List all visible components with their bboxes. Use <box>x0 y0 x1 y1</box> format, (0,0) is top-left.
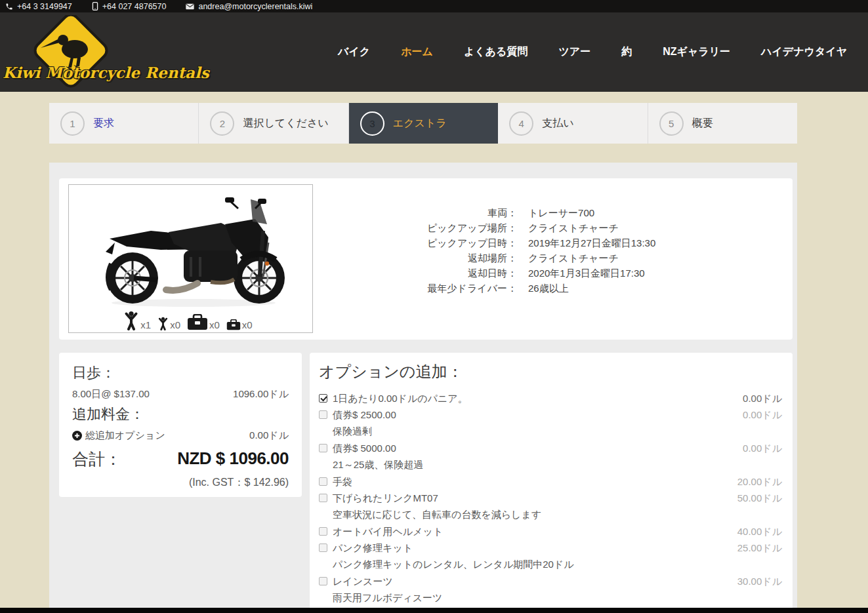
option-row-bond-5000: 債券$ 5000.00 0.00ドル <box>319 441 782 456</box>
phone-number-2: +64 027 4876570 <box>102 2 167 11</box>
email-address: andrea@motorcyclerentals.kiwi <box>198 2 312 11</box>
option-row-lowered-links: 下げられたリンクMT07 50.00ドル <box>319 490 782 505</box>
step-5-label: 概要 <box>692 117 713 130</box>
detail-value: トレーサー700 <box>528 205 594 220</box>
motorcycle-image <box>69 186 312 312</box>
nav-item-gallery[interactable]: NZギャラリー <box>663 45 730 59</box>
phone-icon <box>5 3 13 10</box>
step-4-number: 4 <box>509 111 533 136</box>
option-checkbox[interactable] <box>319 410 327 419</box>
topbar: +64 3 3149947 +64 027 4876570 andrea@mot… <box>0 0 868 12</box>
step-2-label: 選択してください <box>243 117 328 130</box>
total-label: 合計： <box>72 448 121 470</box>
content-wrapper: x1 x0 x0 <box>49 163 797 613</box>
detail-row-pickup-location: ピックアップ場所： クライストチャーチ <box>353 220 655 235</box>
extra-options-row: 総追加オプション 0.00ドル <box>72 429 289 442</box>
phone-number-1: +64 3 3149947 <box>17 2 72 11</box>
option-checkbox[interactable] <box>319 577 327 585</box>
step-1-request[interactable]: 1 要求 <box>49 103 199 144</box>
vehicle-image-box: x1 x0 x0 <box>68 184 313 333</box>
phone-link[interactable]: +64 3 3149947 <box>5 2 72 11</box>
daily-rate-amount: 1096.00ドル <box>233 388 289 401</box>
step-2-number: 2 <box>210 111 234 136</box>
luggage-small-icon <box>226 319 241 330</box>
detail-label: 最年少ドライバー： <box>353 281 517 296</box>
option-label: オートバイ用ヘルメット <box>333 524 443 539</box>
option-checkbox[interactable] <box>319 494 327 502</box>
main-nav: バイク ホーム よくある質問 ツアー 約 NZギャラリー ハイデナウタイヤ <box>338 12 847 92</box>
option-label: 下げられたリンクMT07 <box>333 490 438 505</box>
step-1-label: 要求 <box>93 117 114 130</box>
option-row-gloves: 手袋 20.00ドル <box>319 474 782 489</box>
option-checkbox[interactable] <box>319 477 327 486</box>
option-checkbox[interactable] <box>319 444 327 452</box>
step-5-summary[interactable]: 5 概要 <box>648 103 797 144</box>
detail-label: 車両： <box>353 205 517 220</box>
option-row-panniers: 1日あたり0.00ドルのパニア。 0.00ドル <box>319 391 782 406</box>
option-label: 1日あたり0.00ドルのパニア。 <box>333 391 468 406</box>
daily-rate-title: 日歩： <box>72 363 289 383</box>
total-row: 合計： NZD $ 1096.00 <box>72 448 289 470</box>
passenger-count: x0 <box>170 319 180 330</box>
option-row-rain-suit: レインスーツ 30.00ドル <box>319 574 782 589</box>
luggage-small-count: x0 <box>242 319 253 330</box>
nav-item-home[interactable]: ホーム <box>401 45 433 59</box>
detail-value: クライストチャーチ <box>528 220 619 235</box>
option-label: パンク修理キット <box>333 540 413 555</box>
nav-item-bikes[interactable]: バイク <box>338 45 370 59</box>
total-amount: NZD $ 1096.00 <box>177 448 289 469</box>
option-label: レインスーツ <box>333 574 393 589</box>
bottom-black-strip <box>0 608 868 613</box>
option-description: 21～25歳、保険超過 <box>333 457 616 472</box>
step-3-label: エクストラ <box>393 117 447 130</box>
options-title: オプションの追加： <box>319 361 782 382</box>
envelope-icon <box>186 3 194 10</box>
step-2-select[interactable]: 2 選択してください <box>199 103 348 144</box>
option-description: 保険過剰 <box>333 424 616 439</box>
step-3-extras-active[interactable]: 3 エクストラ <box>349 103 498 144</box>
option-price: 50.00ドル <box>731 490 782 505</box>
option-label: 手袋 <box>333 474 352 489</box>
option-description: パンク修理キットのレンタル、レンタル期間中20ドル <box>333 557 616 572</box>
header: Kiwi Motorcycle Rentals バイク ホーム よくある質問 ツ… <box>0 12 868 92</box>
mobile-link[interactable]: +64 027 4876570 <box>92 2 167 11</box>
option-checkbox-checked[interactable] <box>319 394 327 403</box>
option-price: 20.00ドル <box>731 474 782 489</box>
option-checkbox[interactable] <box>319 527 327 536</box>
option-label: 債券$ 5000.00 <box>333 441 396 456</box>
detail-label: ピックアップ場所： <box>353 220 517 235</box>
nav-item-faq[interactable]: よくある質問 <box>464 45 528 59</box>
option-checkbox[interactable] <box>319 544 327 552</box>
detail-value: 26歳以上 <box>528 281 569 296</box>
nav-item-about[interactable]: 約 <box>621 45 632 59</box>
email-link[interactable]: andrea@motorcyclerentals.kiwi <box>186 2 312 11</box>
step-3-number: 3 <box>360 111 384 136</box>
step-4-label: 支払い <box>542 117 573 130</box>
option-row-puncture-kit: パンク修理キット 25.00ドル <box>319 540 782 555</box>
logo-text: Kiwi Motorcycle Rentals <box>3 64 140 81</box>
nav-item-heidenau-tyres[interactable]: ハイデナウタイヤ <box>761 45 847 59</box>
step-4-payment[interactable]: 4 支払い <box>498 103 648 144</box>
detail-row-return-location: 返却場所： クライストチャーチ <box>353 250 655 266</box>
price-summary-card: 日歩： 8.00日@ $137.00 1096.00ドル 追加料金： 総追加オプ… <box>59 353 302 497</box>
booking-details: 車両： トレーサー700 ピックアップ場所： クライストチャーチ ピックアップ日… <box>353 205 655 296</box>
detail-row-return-datetime: 返却日時： 2020年1月3日金曜日17:30 <box>353 266 655 281</box>
mobile-phone-icon <box>92 2 98 10</box>
option-price: 0.00ドル <box>736 407 782 422</box>
extra-options-label: 総追加オプション <box>85 429 165 442</box>
page: +64 3 3149947 +64 027 4876570 andrea@mot… <box>0 0 868 613</box>
detail-value: クライストチャーチ <box>528 250 619 266</box>
nav-item-tours[interactable]: ツアー <box>558 45 590 59</box>
option-price: 40.00ドル <box>731 524 782 539</box>
detail-label: 返却日時： <box>353 266 517 281</box>
booking-summary-card: x1 x0 x0 <box>59 178 793 340</box>
logo[interactable]: Kiwi Motorcycle Rentals <box>3 15 140 90</box>
daily-rate-row: 8.00日@ $137.00 1096.00ドル <box>72 388 289 401</box>
option-description: 空車状況に応じて、自転車の台数を減らします <box>333 507 616 522</box>
luggage-large-icon <box>187 314 208 330</box>
option-price: 0.00ドル <box>736 441 782 456</box>
booking-steps: 1 要求 2 選択してください 3 エクストラ 4 支払い 5 概要 <box>49 103 797 144</box>
option-price: 0.00ドル <box>736 391 782 406</box>
option-description: 雨天用フルボディスーツ <box>333 590 616 605</box>
add-options-card: オプションの追加： 1日あたり0.00ドルのパニア。 0.00ドル 債券$ 25… <box>310 353 793 613</box>
